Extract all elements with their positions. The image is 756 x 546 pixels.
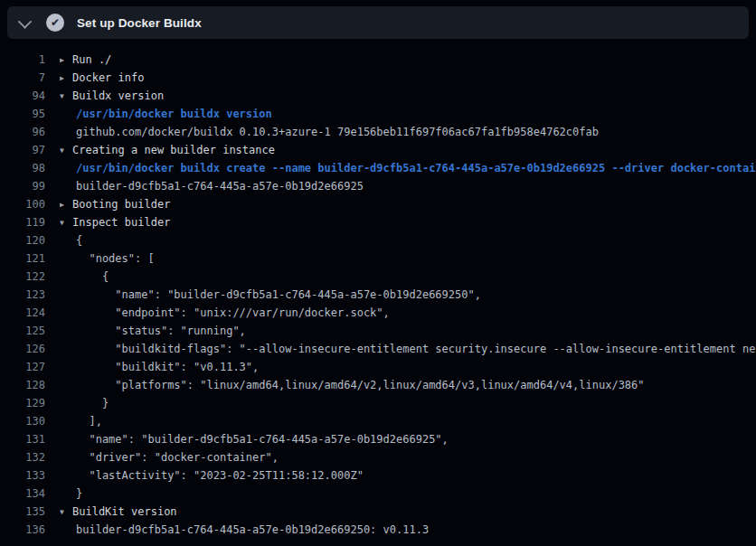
log-line: 132 "driver": "docker-container", — [0, 448, 756, 466]
log-output-line: "nodes": [ — [60, 249, 756, 268]
line-number[interactable]: 95 — [0, 105, 45, 123]
log-group-header[interactable]: ▼BuildKit version — [60, 503, 756, 521]
line-number[interactable]: 96 — [0, 123, 45, 141]
log-command-line: /usr/bin/docker buildx version — [60, 105, 756, 123]
chevron-down-icon[interactable] — [18, 14, 33, 29]
actions-log-viewer: ✔ Set up Docker Buildx 1▶Run ./7▶Docker … — [0, 0, 756, 546]
log-line: 100▶Booting builder — [0, 195, 756, 213]
group-collapse-arrow-icon[interactable]: ▼ — [60, 88, 72, 105]
log-line: 135▼BuildKit version — [0, 503, 756, 521]
line-number[interactable]: 97 — [0, 141, 45, 159]
line-number[interactable]: 127 — [0, 358, 45, 376]
group-collapse-arrow-icon[interactable]: ▼ — [60, 142, 72, 159]
log-output-line: builder-d9cfb5a1-c764-445a-a57e-0b19d2e6… — [60, 177, 756, 195]
log-text: "driver": "docker-container", — [76, 451, 279, 464]
line-number[interactable]: 125 — [0, 322, 45, 340]
line-number[interactable]: 130 — [0, 412, 45, 430]
line-number[interactable]: 98 — [0, 159, 45, 177]
log-line: 136builder-d9cfb5a1-c764-445a-a57e-0b19d… — [0, 521, 756, 539]
log-text: } — [76, 397, 109, 410]
log-text: BuildKit version — [72, 505, 177, 518]
line-number[interactable]: 119 — [0, 213, 45, 231]
line-number[interactable]: 126 — [0, 340, 45, 358]
line-number[interactable]: 7 — [0, 69, 45, 87]
log-output-line: } — [60, 394, 756, 412]
log-output-line: "status": "running", — [60, 322, 756, 340]
log-group-header[interactable]: ▼Creating a new builder instance — [60, 141, 756, 159]
group-expand-arrow-icon[interactable]: ▶ — [60, 52, 72, 69]
log-text: builder-d9cfb5a1-c764-445a-a57e-0b19d2e6… — [76, 180, 364, 193]
step-header[interactable]: ✔ Set up Docker Buildx — [7, 6, 749, 39]
line-number[interactable]: 94 — [0, 87, 45, 105]
log-output-line: "lastActivity": "2023-02-25T11:58:12.000… — [60, 466, 756, 485]
log-group-header[interactable]: ▼Inspect builder — [60, 213, 756, 231]
log-text: { — [76, 270, 109, 283]
log-text: Inspect builder — [72, 216, 170, 229]
line-number[interactable]: 136 — [0, 521, 45, 539]
log-line: 97▼Creating a new builder instance — [0, 141, 756, 159]
line-number[interactable]: 121 — [0, 249, 45, 268]
log-text: "nodes": [ — [76, 252, 155, 265]
log-text: "buildkit": "v0.11.3", — [76, 361, 259, 373]
log-text: github.com/docker/buildx 0.10.3+azure-1 … — [76, 126, 599, 138]
line-number[interactable]: 122 — [0, 268, 45, 286]
log-output-line: github.com/docker/buildx 0.10.3+azure-1 … — [60, 123, 756, 141]
line-number[interactable]: 129 — [0, 394, 45, 412]
line-number[interactable]: 135 — [0, 503, 45, 521]
log-line: 95/usr/bin/docker buildx version — [0, 105, 756, 123]
log-line: 96github.com/docker/buildx 0.10.3+azure-… — [0, 123, 756, 141]
log-text: /usr/bin/docker buildx version — [76, 108, 272, 120]
log-output-line: { — [60, 231, 756, 249]
log-output-line: "buildkit": "v0.11.3", — [60, 358, 756, 376]
log-line: 98/usr/bin/docker buildx create --name b… — [0, 159, 756, 177]
group-expand-arrow-icon[interactable]: ▶ — [60, 70, 72, 87]
log-text: ], — [76, 415, 102, 428]
line-number[interactable]: 120 — [0, 231, 45, 249]
line-number[interactable]: 133 — [0, 466, 45, 485]
log-line: 94▼Buildx version — [0, 87, 756, 105]
log-line: 127 "buildkit": "v0.11.3", — [0, 358, 756, 376]
group-collapse-arrow-icon[interactable]: ▼ — [60, 504, 72, 521]
log-line: 124 "endpoint": "unix:///var/run/docker.… — [0, 304, 756, 322]
line-number[interactable]: 128 — [0, 376, 45, 394]
log-text: "buildkitd-flags": "--allow-insecure-ent… — [76, 343, 756, 355]
group-collapse-arrow-icon[interactable]: ▼ — [60, 214, 72, 231]
log-line: 99builder-d9cfb5a1-c764-445a-a57e-0b19d2… — [0, 177, 756, 195]
log-line: 129 } — [0, 394, 756, 412]
log-output-line: "platforms": "linux/amd64,linux/amd64/v2… — [60, 376, 756, 394]
log-output-line: { — [60, 268, 756, 286]
log-line: 133 "lastActivity": "2023-02-25T11:58:12… — [0, 466, 756, 485]
line-number[interactable]: 123 — [0, 286, 45, 304]
line-number[interactable]: 99 — [0, 177, 45, 195]
log-text: /usr/bin/docker buildx create --name bui… — [76, 162, 756, 174]
log-group-header[interactable]: ▼Buildx version — [60, 87, 756, 105]
log-text: Run ./ — [72, 53, 111, 66]
line-number[interactable]: 134 — [0, 485, 45, 503]
log-group-header[interactable]: ▶Docker info — [60, 69, 756, 87]
line-number[interactable]: 124 — [0, 304, 45, 322]
log-text: { — [76, 234, 82, 247]
line-number[interactable]: 1 — [0, 51, 45, 69]
log-text: Docker info — [72, 71, 144, 84]
log-text: } — [76, 487, 82, 500]
log-line: 122 { — [0, 268, 756, 286]
line-number[interactable]: 131 — [0, 430, 45, 448]
log-line: 125 "status": "running", — [0, 322, 756, 340]
log-group-header[interactable]: ▶Run ./ — [60, 51, 756, 69]
log-text: builder-d9cfb5a1-c764-445a-a57e-0b19d2e6… — [76, 523, 429, 536]
log-text: "name": "builder-d9cfb5a1-c764-445a-a57e… — [76, 288, 481, 301]
log-text: Booting builder — [72, 198, 170, 211]
group-expand-arrow-icon[interactable]: ▶ — [60, 196, 72, 213]
log-line: 134} — [0, 485, 756, 503]
log-output-line: } — [60, 485, 756, 503]
log-text: "platforms": "linux/amd64,linux/amd64/v2… — [76, 379, 645, 391]
log-output-line: "buildkitd-flags": "--allow-insecure-ent… — [60, 340, 756, 358]
line-number[interactable]: 100 — [0, 195, 45, 213]
log-line: 119▼Inspect builder — [0, 213, 756, 231]
log-line: 120{ — [0, 231, 756, 249]
log-group-header[interactable]: ▶Booting builder — [60, 195, 756, 213]
log-line: 126 "buildkitd-flags": "--allow-insecure… — [0, 340, 756, 358]
log-line: 7▶Docker info — [0, 69, 756, 87]
line-number[interactable]: 132 — [0, 448, 45, 466]
log-line: 121 "nodes": [ — [0, 249, 756, 268]
